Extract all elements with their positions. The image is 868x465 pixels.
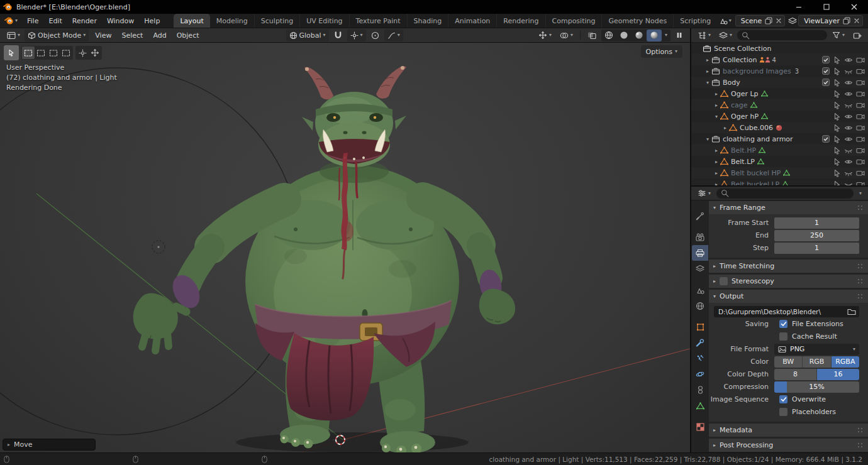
eye-toggle-icon[interactable] — [844, 135, 853, 143]
panel-grip-icon[interactable] — [857, 427, 863, 433]
pointer-toggle-icon[interactable] — [833, 180, 841, 186]
frame-end-field[interactable]: 250 — [774, 230, 859, 241]
eye-toggle-icon[interactable] — [844, 56, 853, 64]
camera-toggle-icon[interactable] — [856, 169, 865, 177]
expand-arrow[interactable]: ▸ — [713, 182, 720, 186]
menu-window[interactable]: Window — [102, 14, 139, 28]
color-rgba-option[interactable]: RGBA — [832, 356, 859, 368]
expand-arrow[interactable]: ▸ — [713, 91, 720, 97]
workspace-tab-sculpting[interactable]: Sculpting — [255, 14, 300, 28]
xray-toggle[interactable] — [584, 30, 599, 41]
expand-arrow[interactable]: ▾ — [704, 136, 711, 142]
new-scene-button[interactable] — [765, 17, 772, 25]
placeholders-checkbox[interactable]: Placeholders — [779, 408, 836, 416]
unlink-scene-button[interactable] — [776, 18, 782, 24]
camera-toggle-icon[interactable] — [856, 180, 865, 186]
frame-start-field[interactable]: 1 — [774, 217, 859, 229]
workspace-tab-texture-paint[interactable]: Texture Paint — [350, 14, 408, 28]
shading-rendered-button[interactable] — [647, 30, 662, 41]
depth-8-option[interactable]: 8 — [774, 369, 817, 380]
stereoscopy-panel-header[interactable]: ▸ Stereoscopy — [709, 275, 868, 288]
expand-arrow[interactable]: ▸ — [713, 159, 720, 165]
outliner-row[interactable]: ▸Belt.HP — [691, 145, 868, 156]
expand-arrow[interactable]: ▾ — [704, 80, 711, 85]
properties-tab-world[interactable] — [692, 298, 708, 314]
collection-checkbox[interactable] — [822, 56, 830, 63]
pointer-toggle-icon[interactable] — [833, 169, 841, 177]
transform-tool-button[interactable] — [89, 46, 101, 59]
pointer-toggle-icon[interactable] — [833, 124, 841, 132]
shading-solid-button[interactable] — [616, 30, 632, 41]
menu-file[interactable]: File — [22, 14, 43, 28]
scene-name-field[interactable]: Scene — [735, 15, 786, 26]
expand-arrow[interactable]: ▸ — [713, 102, 720, 108]
properties-tab-modifiers[interactable] — [692, 335, 708, 351]
menu-help[interactable]: Help — [139, 14, 165, 28]
properties-tab-render[interactable] — [692, 229, 708, 245]
camera-toggle-icon[interactable] — [856, 146, 865, 155]
workspace-tab-animation[interactable]: Animation — [448, 14, 497, 28]
pointer-toggle-icon[interactable] — [833, 67, 841, 75]
select-mode-invert-button[interactable] — [60, 46, 72, 59]
panel-grip-icon[interactable] — [857, 278, 863, 284]
file-extensions-checkbox[interactable]: File Extensions — [779, 320, 843, 328]
viewport-menu-add[interactable]: Add — [148, 31, 171, 40]
camera-toggle-icon[interactable] — [856, 112, 865, 121]
outliner-row[interactable]: Scene Collection — [691, 43, 868, 54]
properties-tab-texture[interactable] — [692, 419, 708, 435]
properties-tab-object[interactable] — [692, 319, 708, 335]
minimize-button[interactable] — [785, 0, 813, 14]
outliner-editor-type-button[interactable]: ▾ — [694, 30, 714, 41]
pointer-toggle-icon[interactable] — [833, 158, 841, 166]
camera-toggle-icon[interactable] — [856, 56, 865, 64]
collection-checkbox[interactable] — [822, 79, 830, 86]
time-stretching-panel-header[interactable]: ▸ Time Stretching — [709, 260, 868, 273]
properties-tab-output[interactable] — [692, 245, 708, 261]
properties-tab-constraints[interactable] — [692, 382, 708, 398]
workspace-tab-scripting[interactable]: Scripting — [674, 14, 716, 28]
outliner-row[interactable]: ▾Oger hP — [691, 111, 868, 122]
pointer-toggle-icon[interactable] — [833, 90, 841, 98]
select-mode-subtract-button[interactable] — [47, 46, 60, 59]
viewport-menu-select[interactable]: Select — [116, 31, 148, 40]
gizmo-dropdown[interactable]: ▾ — [535, 30, 555, 41]
workspace-tab-modeling[interactable]: Modeling — [210, 14, 255, 28]
proportional-edit-toggle[interactable] — [368, 30, 382, 41]
snap-settings-dropdown[interactable]: ▾ — [347, 30, 366, 41]
menu-render[interactable]: Render — [67, 14, 102, 28]
options-dropdown[interactable]: Options▾ — [641, 45, 682, 58]
workspace-tab-geometry-nodes[interactable]: Geometry Nodes — [602, 14, 674, 28]
compression-slider[interactable]: 15% — [774, 381, 859, 393]
camera-toggle-icon[interactable] — [856, 90, 865, 98]
select-mode-extend-button[interactable] — [35, 46, 47, 59]
transform-orientation-dropdown[interactable]: Global ▾ — [286, 30, 329, 41]
outliner-row[interactable]: ▸Belt.LP — [691, 156, 868, 167]
outliner-display-mode-dropdown[interactable]: ▾ — [716, 30, 735, 41]
eye-toggle-icon[interactable] — [844, 101, 853, 109]
post-processing-panel-header[interactable]: ▸ Post Processing — [709, 439, 868, 452]
expand-arrow[interactable]: ▸ — [704, 57, 711, 63]
properties-options-button[interactable]: ▾ — [856, 187, 865, 199]
camera-toggle-icon[interactable] — [856, 135, 865, 143]
outliner-filter-button[interactable]: ▾ — [829, 30, 848, 41]
panel-grip-icon[interactable] — [857, 263, 863, 269]
properties-tab-physics[interactable] — [692, 366, 708, 382]
select-mode-new-button[interactable] — [22, 46, 35, 59]
outliner-row[interactable]: ▾cloathing and armor — [691, 133, 868, 145]
viewport-editor-type-button[interactable]: ▾ — [4, 30, 23, 41]
shading-wireframe-button[interactable] — [601, 30, 616, 41]
browse-scene-button[interactable]: ▾ — [717, 16, 734, 26]
blender-menu-button[interactable]: ▾ — [0, 14, 22, 28]
camera-toggle-icon[interactable] — [856, 158, 865, 166]
eye-toggle-icon[interactable] — [844, 169, 853, 177]
properties-search-input[interactable] — [716, 189, 854, 199]
properties-tab-particles[interactable] — [692, 351, 708, 366]
eye-toggle-icon[interactable] — [844, 90, 853, 98]
output-panel-header[interactable]: ▾ Output — [709, 290, 868, 303]
maximize-button[interactable] — [813, 0, 840, 14]
proportional-falloff-dropdown[interactable]: ▾ — [384, 30, 403, 41]
close-button[interactable] — [840, 0, 868, 14]
camera-toggle-icon[interactable] — [856, 67, 865, 75]
outliner-row[interactable]: ▸Cube.006 — [691, 122, 868, 133]
eye-toggle-icon[interactable] — [844, 146, 853, 155]
